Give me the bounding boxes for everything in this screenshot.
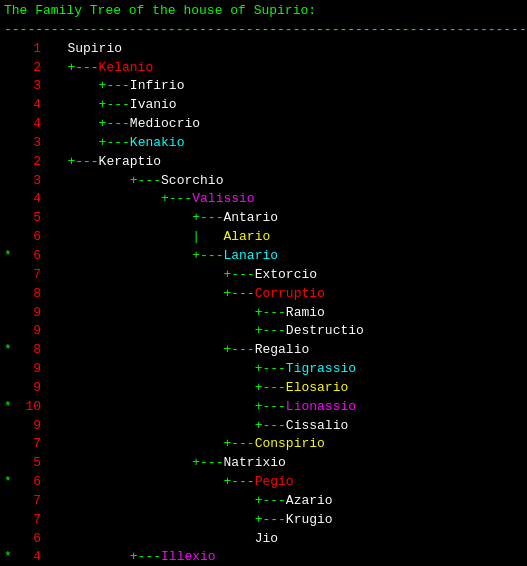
online-indicator	[4, 417, 18, 436]
character-name: Antario	[223, 209, 278, 228]
online-indicator	[4, 153, 18, 172]
line-number: 9	[18, 322, 44, 341]
list-item: 6 | Alario	[4, 228, 523, 247]
line-number: 9	[18, 379, 44, 398]
list-item: 9 +---Cissalio	[4, 417, 523, 436]
character-name: Lionassio	[286, 398, 356, 417]
tree-connector: +---	[44, 360, 286, 379]
tree-connector: |	[44, 228, 223, 247]
tree-connector: +---	[44, 247, 223, 266]
line-number: 9	[18, 304, 44, 323]
line-number: 4	[18, 548, 44, 566]
list-item: 2 +---Keraptio	[4, 153, 523, 172]
tree-connector: +---	[44, 77, 130, 96]
tree-connector: +---	[44, 492, 286, 511]
online-indicator: *	[4, 341, 18, 360]
tree-connector: +---	[44, 341, 255, 360]
online-indicator	[4, 322, 18, 341]
character-name: Mediocrio	[130, 115, 200, 134]
line-number: 8	[18, 285, 44, 304]
line-number: 7	[18, 435, 44, 454]
tree-connector: +---	[44, 153, 99, 172]
online-indicator: *	[4, 548, 18, 566]
online-indicator	[4, 172, 18, 191]
character-name: Scorchio	[161, 172, 223, 191]
character-name: Supirio	[67, 40, 122, 59]
list-item: 7 +---Extorcio	[4, 266, 523, 285]
list-item: 4 +---Mediocrio	[4, 115, 523, 134]
list-item: 3 +---Kenakio	[4, 134, 523, 153]
line-number: 2	[18, 153, 44, 172]
tree-connector: +---	[44, 134, 130, 153]
character-name: Kelanio	[99, 59, 154, 78]
list-item: 8 +---Corruptio	[4, 285, 523, 304]
character-name: Regalio	[255, 341, 310, 360]
list-item: *10 +---Lionassio	[4, 398, 523, 417]
list-item: 1 Supirio	[4, 40, 523, 59]
line-number: 2	[18, 59, 44, 78]
tree-connector: +---	[44, 548, 161, 566]
line-number: 6	[18, 473, 44, 492]
tree-connector: +---	[44, 398, 286, 417]
character-name: Ramio	[286, 304, 325, 323]
list-item: 9 +---Elosario	[4, 379, 523, 398]
line-number: 3	[18, 77, 44, 96]
character-name: Infirio	[130, 77, 185, 96]
character-name: Pegio	[255, 473, 294, 492]
line-number: 3	[18, 172, 44, 191]
tree-connector: +---	[44, 454, 223, 473]
online-indicator	[4, 435, 18, 454]
character-name: Kenakio	[130, 134, 185, 153]
line-number: 3	[18, 134, 44, 153]
line-number: 6	[18, 247, 44, 266]
list-item: 6 Jio	[4, 530, 523, 549]
line-number: 6	[18, 228, 44, 247]
list-item: 3 +---Scorchio	[4, 172, 523, 191]
tree-connector	[44, 530, 255, 549]
online-indicator	[4, 209, 18, 228]
online-indicator	[4, 228, 18, 247]
online-indicator	[4, 266, 18, 285]
line-number: 4	[18, 190, 44, 209]
tree-connector: +---	[44, 96, 130, 115]
tree-connector: +---	[44, 511, 286, 530]
online-indicator	[4, 360, 18, 379]
character-name: Alario	[223, 228, 270, 247]
online-indicator	[4, 511, 18, 530]
online-indicator	[4, 492, 18, 511]
line-number: 5	[18, 209, 44, 228]
list-item: *4 +---Illexio	[4, 548, 523, 566]
list-item: 7 +---Azario	[4, 492, 523, 511]
header-divider: ----------------------------------------…	[4, 21, 523, 40]
tree-connector: +---	[44, 417, 286, 436]
online-indicator	[4, 134, 18, 153]
list-item: 2 +---Kelanio	[4, 59, 523, 78]
character-name: Conspirio	[255, 435, 325, 454]
online-indicator	[4, 59, 18, 78]
header: The Family Tree of the house of Supirio:…	[4, 2, 523, 40]
character-name: Azario	[286, 492, 333, 511]
list-item: 5 +---Antario	[4, 209, 523, 228]
online-indicator	[4, 530, 18, 549]
tree-connector	[44, 40, 67, 59]
list-item: 5 +---Natrixio	[4, 454, 523, 473]
character-name: Jio	[255, 530, 278, 549]
line-number: 8	[18, 341, 44, 360]
list-item: 9 +---Ramio	[4, 304, 523, 323]
list-item: 3 +---Infirio	[4, 77, 523, 96]
line-number: 9	[18, 360, 44, 379]
tree-connector: +---	[44, 190, 192, 209]
line-number: 1	[18, 40, 44, 59]
tree-connector: +---	[44, 473, 255, 492]
character-name: Extorcio	[255, 266, 317, 285]
online-indicator	[4, 304, 18, 323]
character-name: Natrixio	[223, 454, 285, 473]
line-number: 7	[18, 266, 44, 285]
tree-connector: +---	[44, 435, 255, 454]
tree-connector: +---	[44, 285, 255, 304]
line-number: 6	[18, 530, 44, 549]
online-indicator: *	[4, 398, 18, 417]
list-item: 4 +---Valissio	[4, 190, 523, 209]
tree-connector: +---	[44, 304, 286, 323]
character-name: Valissio	[192, 190, 254, 209]
